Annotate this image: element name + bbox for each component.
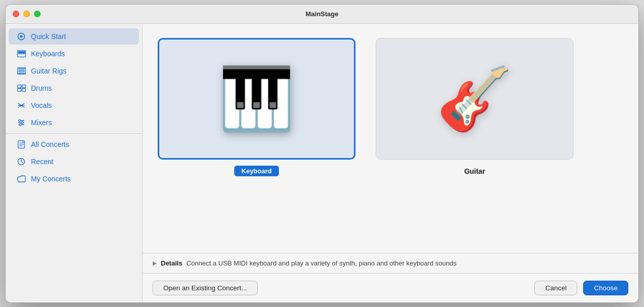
title-bar: MainStage — [6, 5, 638, 24]
quick-start-icon — [17, 32, 26, 41]
choose-button[interactable]: Choose — [583, 281, 628, 295]
sidebar-item-all-concerts-label: All Concerts — [31, 140, 69, 148]
svg-rect-17 — [17, 85, 21, 88]
sidebar-item-keyboards[interactable]: Keyboards — [9, 46, 139, 62]
traffic-lights — [13, 11, 41, 17]
svg-rect-11 — [23, 51, 24, 53]
sidebar-item-my-concerts-label: My Concerts — [31, 175, 71, 183]
keyboards-icon — [17, 49, 26, 58]
svg-point-27 — [21, 122, 23, 124]
template-grid: 🎹 Keyboard 🎸 Guitar — [142, 24, 638, 253]
svg-rect-16 — [18, 73, 25, 74]
guitar-card-label: Guitar — [457, 166, 492, 177]
details-label: Details — [161, 259, 183, 267]
keyboard-card[interactable]: 🎹 Keyboard — [158, 38, 355, 176]
details-chevron-icon[interactable]: ▶ — [153, 260, 157, 266]
sidebar-item-recent-label: Recent — [31, 158, 53, 166]
svg-rect-10 — [22, 51, 23, 53]
sidebar-item-all-concerts[interactable]: All Concerts — [9, 136, 139, 152]
details-bar: ▶ Details Connect a USB MIDI keyboard an… — [142, 253, 638, 273]
keyboard-card-image[interactable]: 🎹 — [158, 38, 355, 160]
svg-point-1 — [20, 35, 23, 38]
maximize-button[interactable] — [34, 11, 41, 17]
sidebar-item-quick-start[interactable]: Quick Start — [9, 28, 139, 45]
details-text: Connect a USB MIDI keyboard and play a v… — [187, 259, 457, 267]
sidebar-item-vocals-label: Vocals — [31, 101, 52, 109]
vocals-icon — [17, 101, 26, 110]
main-content: Quick Start — [6, 24, 638, 302]
drums-icon — [17, 84, 26, 93]
sidebar-item-mixers-label: Mixers — [31, 119, 52, 127]
svg-rect-8 — [19, 51, 20, 53]
svg-rect-9 — [20, 51, 21, 53]
svg-point-25 — [19, 120, 21, 122]
sidebar-item-drums-label: Drums — [31, 84, 52, 92]
sidebar-item-my-concerts[interactable]: My Concerts — [9, 171, 139, 187]
mixers-icon — [17, 118, 26, 127]
sidebar: Quick Start — [6, 24, 142, 302]
sidebar-item-keyboards-label: Keyboards — [31, 50, 65, 58]
guitar-image: 🎸 — [437, 63, 513, 135]
sidebar-item-drums[interactable]: Drums — [9, 80, 139, 96]
sidebar-item-guitar-rigs-label: Guitar Rigs — [31, 67, 66, 75]
my-concerts-icon — [17, 174, 26, 183]
sidebar-item-quick-start-label: Quick Start — [31, 32, 66, 41]
bottom-right-buttons: Cancel Choose — [534, 281, 628, 295]
minimize-button[interactable] — [23, 11, 30, 17]
guitar-card-image[interactable]: 🎸 — [376, 38, 574, 160]
sidebar-item-recent[interactable]: Recent — [9, 154, 139, 170]
main-window: MainStage Quick Start — [5, 4, 639, 303]
sidebar-item-vocals[interactable]: Vocals — [9, 97, 139, 113]
all-concerts-icon — [17, 140, 26, 149]
svg-rect-14 — [18, 70, 25, 71]
keyboard-card-label: Keyboard — [234, 166, 279, 176]
recent-icon — [17, 157, 26, 166]
guitar-rigs-icon — [17, 66, 26, 75]
svg-point-29 — [19, 124, 21, 126]
cancel-button[interactable]: Cancel — [534, 281, 577, 295]
sidebar-item-mixers[interactable]: Mixers — [9, 114, 139, 131]
svg-rect-7 — [24, 51, 25, 54]
open-existing-button[interactable]: Open an Existing Concert... — [153, 281, 258, 295]
guitar-card[interactable]: 🎸 Guitar — [376, 38, 574, 177]
svg-rect-19 — [17, 89, 21, 92]
piano-image: 🎹 — [219, 63, 295, 135]
content-area: 🎹 Keyboard 🎸 Guitar ▶ Details Connect a … — [142, 24, 638, 302]
bottom-bar: Open an Existing Concert... Cancel Choos… — [142, 273, 638, 302]
svg-rect-15 — [18, 71, 25, 72]
window-title: MainStage — [305, 10, 338, 18]
svg-rect-20 — [22, 89, 25, 92]
svg-rect-13 — [18, 68, 25, 69]
sidebar-item-guitar-rigs[interactable]: Guitar Rigs — [9, 63, 139, 79]
svg-rect-18 — [22, 85, 25, 88]
close-button[interactable] — [13, 11, 19, 17]
